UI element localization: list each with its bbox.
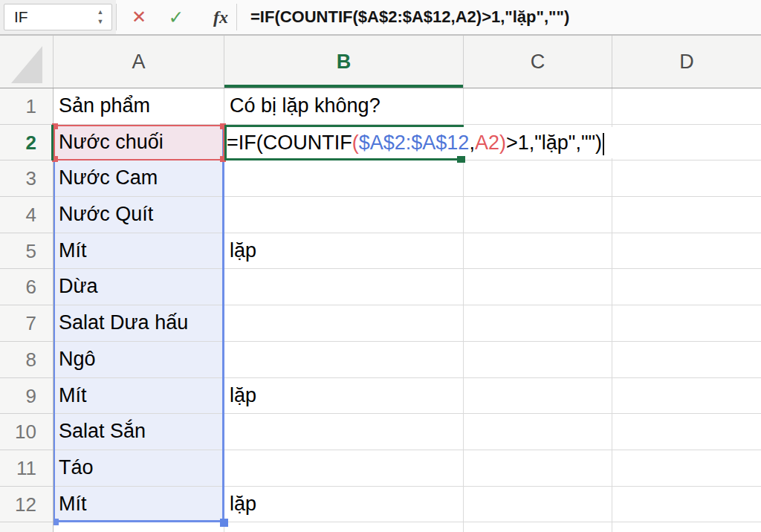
cell-d5[interactable]: [612, 233, 761, 270]
cell-c7[interactable]: [464, 305, 612, 342]
excel-window: IF ▲ ▼ ✕ ✓ fx =IF(COUNTIF($A$2:$A$12,A2)…: [0, 0, 761, 532]
cell-b9[interactable]: lặp: [224, 378, 464, 415]
sheet-row-10: Salat Sắn: [54, 414, 761, 450]
row-header-3[interactable]: 3: [0, 160, 53, 197]
cell-d9[interactable]: [612, 378, 761, 415]
row-header-13[interactable]: 13: [0, 522, 53, 532]
cell-c3[interactable]: [464, 160, 612, 197]
spinner-down-icon[interactable]: ▼: [95, 17, 106, 27]
sheet-row-12: Mít lặp: [54, 487, 761, 523]
cell-b8[interactable]: [224, 342, 464, 378]
row-header-7[interactable]: 7: [0, 305, 53, 342]
cell-c6[interactable]: [464, 269, 612, 305]
sheet-row-9: Mít lặp: [54, 378, 761, 415]
cell-b12[interactable]: lặp: [224, 487, 464, 523]
cell-a5[interactable]: Mít: [54, 233, 224, 270]
sheet-row-11: Táo: [54, 450, 761, 487]
row-header-8[interactable]: 8: [0, 342, 53, 378]
cell-d3[interactable]: [612, 160, 761, 197]
cell-c11[interactable]: [464, 450, 612, 487]
formula-bar-input[interactable]: =IF(COUNTIF($A$2:$A$12,A2)>1,"lặp",""): [250, 0, 758, 34]
sheet-row-1: Sản phẩm Có bị lặp không?: [54, 88, 761, 125]
cell-d4[interactable]: [612, 197, 761, 233]
cell-a8[interactable]: Ngô: [54, 342, 224, 378]
column-header-d[interactable]: D: [612, 36, 761, 88]
row-header-6[interactable]: 6: [0, 269, 53, 305]
cell-d10[interactable]: [612, 414, 761, 450]
cell-c1[interactable]: [464, 88, 612, 125]
sheet-row-5: Mít lặp: [54, 233, 761, 270]
column-header-c[interactable]: C: [464, 36, 612, 88]
row-header-2[interactable]: 2: [0, 125, 53, 161]
cell-a1[interactable]: Sản phẩm: [54, 88, 224, 125]
cell-a7[interactable]: Salat Dưa hấu: [54, 305, 224, 342]
cell-d11[interactable]: [612, 450, 761, 487]
cell-c8[interactable]: [464, 342, 612, 378]
cell-c4[interactable]: [464, 197, 612, 233]
cell-b5[interactable]: lặp: [224, 233, 464, 270]
sheet-row-6: Dừa: [54, 269, 761, 305]
sheet-row-3: Nước Cam: [54, 160, 761, 197]
row-header-12[interactable]: 12: [0, 487, 53, 523]
name-box[interactable]: IF ▲ ▼: [4, 4, 112, 30]
selected-column-underline: [224, 85, 463, 88]
row-header-1[interactable]: 1: [0, 88, 53, 125]
cell-b4[interactable]: [224, 197, 464, 233]
cell-d6[interactable]: [612, 269, 761, 305]
cell-a3[interactable]: Nước Cam: [54, 160, 224, 197]
sheet-row-13: [54, 522, 761, 532]
cell-c13[interactable]: [464, 522, 612, 532]
row-header-11[interactable]: 11: [0, 450, 53, 487]
sheet-row-7: Salat Dưa hấu: [54, 305, 761, 342]
select-all-button[interactable]: [0, 36, 54, 88]
insert-function-button[interactable]: fx: [207, 0, 235, 34]
cell-b1[interactable]: Có bị lặp không?: [224, 88, 464, 125]
formula-bar-divider: [236, 4, 237, 30]
cancel-button[interactable]: ✕: [126, 0, 152, 34]
cell-a12[interactable]: Mít: [54, 487, 224, 523]
select-all-icon: [11, 46, 42, 83]
cell-c5[interactable]: [464, 233, 612, 270]
cell-a9[interactable]: Mít: [54, 378, 224, 415]
cell-d2[interactable]: [612, 125, 761, 161]
row-header-4[interactable]: 4: [0, 197, 53, 233]
name-box-spinner[interactable]: ▲ ▼: [95, 7, 106, 27]
cell-d12[interactable]: [612, 487, 761, 523]
cell-a2[interactable]: Nước chuối: [54, 125, 224, 161]
cell-c12[interactable]: [464, 487, 612, 523]
cell-a4[interactable]: Nước Quít: [54, 197, 224, 233]
row-header-9[interactable]: 9: [0, 378, 53, 415]
cell-b13[interactable]: [224, 522, 464, 532]
cell-d1[interactable]: [612, 88, 761, 125]
formula-bar: IF ▲ ▼ ✕ ✓ fx =IF(COUNTIF($A$2:$A$12,A2)…: [0, 0, 761, 36]
cell-b2[interactable]: [224, 125, 464, 161]
cell-d8[interactable]: [612, 342, 761, 378]
column-header-a[interactable]: A: [54, 36, 224, 88]
cell-a13[interactable]: [54, 522, 224, 532]
cell-b3[interactable]: [224, 160, 464, 197]
formula-bar-divider: [116, 4, 117, 30]
sheet-row-8: Ngô: [54, 342, 761, 378]
cell-d7[interactable]: [612, 305, 761, 342]
spinner-up-icon[interactable]: ▲: [95, 7, 106, 17]
cell-a6[interactable]: Dừa: [54, 269, 224, 305]
column-header-b-label: B: [337, 51, 352, 73]
enter-button[interactable]: ✓: [163, 0, 189, 34]
cell-c2[interactable]: [464, 125, 612, 161]
column-header-strip: A B C D: [0, 36, 761, 88]
name-box-value: IF: [14, 4, 28, 30]
cell-d13[interactable]: [612, 522, 761, 532]
row-header-5[interactable]: 5: [0, 233, 53, 270]
cell-a10[interactable]: Salat Sắn: [54, 414, 224, 450]
cell-b11[interactable]: [224, 450, 464, 487]
row-header-column: 1 2 3 4 5 6 7 8 9 10 11 12 13: [0, 88, 54, 532]
row-header-10[interactable]: 10: [0, 414, 53, 450]
cell-c10[interactable]: [464, 414, 612, 450]
grid-body: Sản phẩm Có bị lặp không? Nước chuối Nướ…: [54, 88, 761, 532]
column-header-b[interactable]: B: [224, 36, 464, 88]
cell-b7[interactable]: [224, 305, 464, 342]
cell-b10[interactable]: [224, 414, 464, 450]
cell-b6[interactable]: [224, 269, 464, 305]
cell-a11[interactable]: Táo: [54, 450, 224, 487]
cell-c9[interactable]: [464, 378, 612, 415]
